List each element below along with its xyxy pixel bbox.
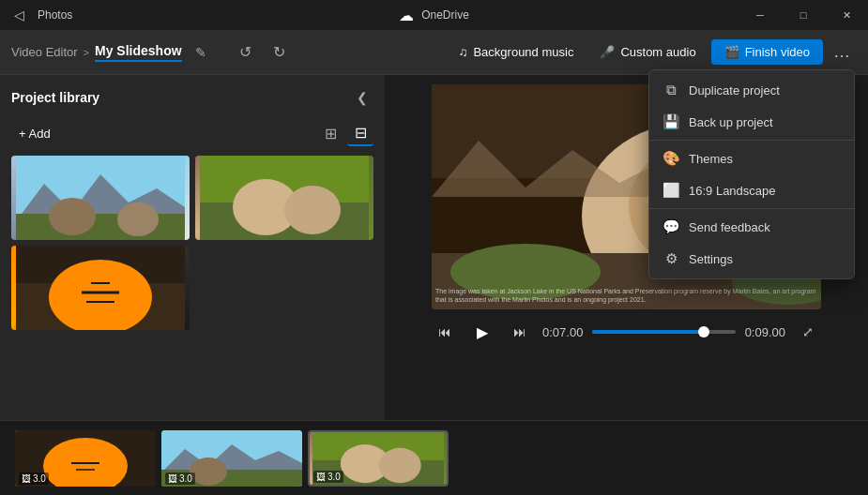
svg-point-42 [388, 450, 404, 466]
svg-point-3 [49, 198, 96, 235]
library-title: Project library [11, 90, 99, 105]
toolbar-actions: ↺ ↻ [231, 38, 295, 68]
menu-label-duplicate: Duplicate project [689, 83, 780, 98]
close-button[interactable]: ✕ [825, 0, 868, 30]
duplicate-icon: ⧉ [662, 82, 679, 98]
back-button[interactable]: ◁ [8, 4, 30, 26]
svg-point-4 [117, 202, 159, 236]
timeline-label-tiger: 🖼 3.0 [19, 472, 49, 485]
app-title: Photos [38, 8, 72, 22]
redo-button[interactable]: ↻ [265, 38, 295, 68]
breadcrumb-parent[interactable]: Video Editor [11, 45, 78, 59]
menu-label-settings: Settings [689, 252, 733, 266]
previous-frame-button[interactable]: ⏮ [432, 319, 458, 345]
progress-thumb[interactable] [698, 326, 709, 338]
menu-item-landscape[interactable]: ⬜ 16:9 Landscape [649, 174, 854, 206]
menu-label-landscape: 16:9 Landscape [689, 184, 776, 198]
progress-fill [592, 330, 704, 334]
themes-icon: 🎨 [662, 150, 679, 167]
background-music-label: Background music [473, 45, 573, 59]
menu-divider-1 [649, 140, 854, 141]
svg-point-36 [190, 458, 227, 486]
view-toggle: ⊞ ⊟ [317, 120, 373, 146]
title-bar-left: ◁ Photos [8, 4, 72, 26]
timeline-item-tiger[interactable]: 🖼 3.0 [15, 430, 156, 487]
svg-point-10 [293, 190, 313, 211]
edit-title-button[interactable]: ✎ [188, 39, 214, 66]
svg-rect-2 [16, 214, 185, 240]
timeline-strip: 🖼 3.0 🖼 3.0 [0, 420, 868, 495]
context-menu: ⧉ Duplicate project 💾 Back up project 🎨 … [648, 69, 855, 279]
menu-item-settings[interactable]: ⚙ Settings [649, 243, 854, 275]
title-bar: ◁ Photos ☁ OneDrive ─ □ ✕ [0, 0, 868, 30]
landscape-icon: ⬜ [662, 182, 679, 199]
toolbar: Video Editor > My Slideshow ✎ ↺ ↻ ♫ Back… [0, 30, 868, 75]
onedrive-label: OneDrive [421, 8, 469, 22]
finish-icon: 🎬 [724, 45, 739, 59]
add-media-button[interactable]: + Add [11, 123, 58, 144]
total-time: 0:09.00 [745, 325, 785, 339]
backup-icon: 💾 [662, 113, 679, 130]
video-caption: The image was taken at Jackson Lake in t… [435, 287, 817, 304]
finish-label: Finish video [745, 45, 810, 59]
menu-item-themes[interactable]: 🎨 Themes [649, 142, 854, 174]
grid-view-button[interactable]: ⊞ [317, 120, 343, 146]
timeline-item-wolves[interactable]: 🖼 3.0 [161, 430, 302, 487]
title-bar-right: ─ □ ✕ [739, 0, 868, 30]
svg-point-8 [284, 186, 341, 234]
audio-icon: 🎤 [600, 45, 615, 59]
svg-point-9 [250, 187, 272, 209]
undo-button[interactable]: ↺ [231, 38, 261, 68]
breadcrumb-separator: > [84, 47, 89, 58]
music-icon: ♫ [459, 45, 468, 59]
toolbar-right: ♫ Background music 🎤 Custom audio 🎬 Fini… [448, 38, 857, 68]
more-options-button[interactable]: … [827, 38, 857, 68]
menu-label-themes: Themes [689, 152, 733, 166]
svg-point-41 [355, 447, 373, 465]
menu-item-duplicate[interactable]: ⧉ Duplicate project [649, 74, 854, 106]
library-toolbar: + Add ⊞ ⊟ [11, 120, 373, 146]
menu-label-backup: Back up project [689, 115, 773, 129]
progress-bar[interactable] [592, 330, 735, 334]
timeline-item-cubs[interactable]: 🖼 3.0 [308, 430, 449, 487]
onedrive-icon: ☁ [399, 7, 414, 24]
list-view-button[interactable]: ⊟ [347, 120, 373, 146]
next-frame-button[interactable]: ⏭ [507, 319, 533, 345]
feedback-icon: 💬 [662, 218, 679, 235]
menu-item-backup[interactable]: 💾 Back up project [649, 106, 854, 138]
timeline-label-wolves: 🖼 3.0 [165, 472, 195, 485]
media-thumb-cubs[interactable] [195, 156, 373, 240]
breadcrumb: Video Editor > My Slideshow ✎ [11, 39, 214, 66]
title-bar-center: ☁ OneDrive [399, 7, 469, 24]
play-button[interactable]: ▶ [467, 317, 497, 347]
breadcrumb-current: My Slideshow [95, 43, 182, 62]
minimize-button[interactable]: ─ [739, 0, 782, 30]
collapse-library-button[interactable]: ❮ [351, 86, 373, 109]
media-thumb-wolves[interactable] [11, 156, 190, 240]
menu-label-feedback: Send feedback [689, 220, 770, 234]
custom-audio-button[interactable]: 🎤 Custom audio [588, 39, 707, 65]
media-grid [11, 156, 373, 330]
background-music-button[interactable]: ♫ Background music [448, 39, 586, 65]
menu-divider-2 [649, 208, 854, 209]
library-header: Project library ❮ [11, 86, 373, 109]
maximize-button[interactable]: □ [782, 0, 825, 30]
finish-video-button[interactable]: 🎬 Finish video [711, 39, 823, 65]
custom-audio-label: Custom audio [620, 45, 695, 59]
settings-icon: ⚙ [662, 250, 679, 267]
project-library: Project library ❮ + Add ⊞ ⊟ [0, 75, 385, 420]
media-thumb-tiger[interactable] [11, 246, 190, 330]
toolbar-left: Video Editor > My Slideshow ✎ ↺ ↻ [11, 38, 448, 68]
current-time: 0:07.00 [542, 325, 583, 339]
timeline-label-cubs: 🖼 3.0 [313, 471, 343, 483]
video-controls: ⏮ ▶ ⏭ 0:07.00 0:09.00 ⤢ [432, 317, 821, 347]
menu-item-feedback[interactable]: 💬 Send feedback [649, 211, 854, 243]
expand-button[interactable]: ⤢ [795, 319, 821, 345]
